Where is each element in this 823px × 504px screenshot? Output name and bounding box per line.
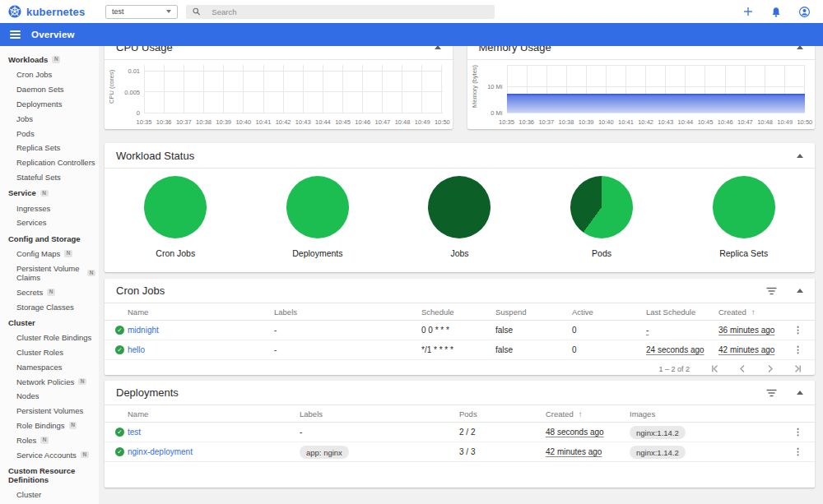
main-content: Workloads CPU Usage CPU (cores) 0.01 0.0…	[99, 0, 823, 488]
namespace-selector[interactable]: test	[105, 5, 178, 19]
namespaced-badge: N	[69, 422, 77, 429]
pods-pie-chart[interactable]	[570, 176, 633, 238]
filter-icon[interactable]	[766, 287, 777, 295]
cell-schedule: */1 * * * *	[421, 345, 495, 354]
cpu-ytick-top: 0.01	[105, 67, 140, 75]
cell-pods: 3 / 3	[459, 447, 546, 456]
column-header-images[interactable]: Images	[630, 409, 792, 418]
page-toolbar: Overview	[0, 23, 823, 46]
deployments-title: Deployments	[116, 386, 179, 399]
kebab-menu-icon[interactable]	[793, 446, 802, 457]
cell-suspend: false	[495, 345, 572, 354]
add-icon[interactable]	[743, 7, 753, 16]
app-header: kubernetes test	[0, 0, 823, 23]
memory-ytick-mid: 10 Mi	[467, 83, 503, 90]
column-header-suspend[interactable]: Suspend	[495, 307, 572, 317]
pie-label: Replica Sets	[719, 248, 768, 258]
search-bar[interactable]	[186, 5, 495, 19]
column-header-name[interactable]: Name	[128, 409, 300, 418]
kebab-menu-icon[interactable]	[793, 325, 802, 335]
collapse-arrow-icon[interactable]	[797, 391, 803, 395]
column-header-schedule[interactable]: Schedule	[421, 307, 495, 317]
cron-job-name-link[interactable]: midnight	[128, 326, 274, 335]
sidebar-section-custom-resource-definitions: Custom Resource Definitions	[0, 462, 99, 488]
cron-job-name-link[interactable]: hello	[128, 345, 274, 354]
deployments-pie-chart[interactable]	[286, 176, 349, 238]
column-header-last-schedule[interactable]: Last Schedule	[646, 307, 718, 317]
last-page-icon[interactable]	[793, 364, 802, 373]
deployments-header: Deployments	[105, 381, 815, 405]
jobs-pie-chart[interactable]	[428, 176, 491, 238]
sidebar-section-service[interactable]: Service N	[0, 184, 99, 201]
sidebar-item-persistent-volume-claims[interactable]: Persistent Volume ClaimsN	[0, 261, 99, 285]
column-header-active[interactable]: Active	[572, 307, 646, 317]
next-page-icon[interactable]	[765, 364, 774, 373]
namespaced-badge: N	[40, 437, 49, 444]
sidebar-item-nodes[interactable]: Nodes	[0, 389, 99, 404]
sidebar-item-pods[interactable]: Pods	[0, 126, 99, 141]
sidebar-item-persistent-volumes[interactable]: Persistent Volumes	[0, 404, 99, 418]
cron-jobs-pie-chart[interactable]	[144, 176, 207, 238]
memory-x-axis-ticks: 10:3510:3610:3710:3810:3910:4010:4110:42…	[507, 118, 806, 126]
deployments-table-header: Name Labels Pods Created Images	[105, 405, 815, 423]
sidebar-section-workloads[interactable]: Workloads N	[0, 51, 99, 67]
collapse-arrow-icon[interactable]	[797, 289, 803, 293]
sidebar-item-cluster-roles[interactable]: Cluster Roles	[0, 345, 99, 360]
brand-name: kubernetes	[26, 6, 85, 18]
sidebar-item-role-bindings[interactable]: Role BindingsN	[0, 418, 99, 433]
first-page-icon[interactable]	[711, 364, 720, 373]
namespaced-badge: N	[47, 289, 55, 296]
kubernetes-brand[interactable]: kubernetes	[8, 5, 97, 18]
sidebar-item-replication-controllers[interactable]: Replication Controllers	[0, 155, 99, 170]
column-header-labels[interactable]: Labels	[274, 307, 421, 317]
sidebar-item-daemon-sets[interactable]: Daemon Sets	[0, 82, 99, 97]
sidebar-item-roles[interactable]: RolesN	[0, 432, 99, 447]
sidebar-item-namespaces[interactable]: Namespaces	[0, 360, 99, 375]
previous-page-icon[interactable]	[738, 364, 747, 373]
sidebar-item-jobs[interactable]: Jobs	[0, 111, 99, 126]
sidebar-item-service-accounts[interactable]: Service AccountsN	[0, 447, 99, 462]
cron-job-row-midnight: midnight - 0 0 * * * false 0 - 36 minute…	[105, 321, 815, 340]
cron-jobs-title: Cron Jobs	[116, 284, 165, 297]
sidebar-item-services[interactable]: Services	[0, 215, 99, 230]
cell-pods: 2 / 2	[459, 428, 546, 437]
deployment-name-link[interactable]: test	[128, 428, 300, 437]
kebab-menu-icon[interactable]	[793, 427, 802, 437]
menu-hamburger-icon[interactable]	[10, 29, 21, 40]
kebab-menu-icon[interactable]	[793, 344, 802, 355]
user-account-icon[interactable]	[799, 7, 810, 17]
filter-icon[interactable]	[766, 389, 777, 397]
collapse-arrow-icon[interactable]	[797, 154, 803, 158]
column-header-name[interactable]: Name	[128, 307, 274, 317]
image-chip: nginx:1.14.2	[630, 446, 686, 459]
memory-usage-area-series	[507, 94, 806, 113]
cpu-x-axis-ticks: 10:3510:3610:3710:3810:3910:4010:4110:42…	[144, 118, 443, 126]
sidebar-item-replica-sets[interactable]: Replica Sets	[0, 141, 99, 155]
sidebar-item-secrets[interactable]: SecretsN	[0, 284, 99, 299]
column-header-created[interactable]: Created	[546, 409, 630, 418]
column-header-labels[interactable]: Labels	[300, 409, 459, 418]
sidebar: Workloads N Cron Jobs Daemon Sets Deploy…	[0, 46, 99, 504]
cell-created: 48 seconds ago	[546, 428, 630, 437]
sidebar-item-cluster-role-bindings[interactable]: Cluster Role Bindings	[0, 331, 99, 345]
search-input[interactable]	[212, 7, 488, 16]
deployment-name-link[interactable]: nginx-deployment	[128, 447, 300, 456]
replica-sets-pie-chart[interactable]	[713, 176, 775, 238]
sidebar-item-crd-cluster[interactable]: Cluster	[0, 488, 99, 502]
sidebar-item-stateful-sets[interactable]: Stateful Sets	[0, 169, 99, 184]
cell-labels: -	[274, 326, 421, 335]
sidebar-item-deployments[interactable]: Deployments	[0, 97, 99, 112]
cell-last-schedule: -	[646, 326, 718, 335]
sidebar-item-config-maps[interactable]: Config MapsN	[0, 247, 99, 261]
sidebar-item-storage-classes[interactable]: Storage Classes	[0, 299, 99, 314]
column-header-pods[interactable]: Pods	[459, 409, 546, 418]
sidebar-item-network-policies[interactable]: Network PoliciesN	[0, 374, 99, 389]
pie-label: Pods	[592, 248, 611, 258]
sidebar-item-ingresses[interactable]: Ingresses	[0, 201, 99, 215]
memory-ytick-bottom: 0 Mi	[467, 109, 503, 117]
cell-active: 0	[572, 326, 646, 335]
cpu-usage-chart: CPU (cores) 0.01 0.005 0 10:3510:3610:37…	[105, 60, 453, 129]
sidebar-item-cron-jobs[interactable]: Cron Jobs	[0, 67, 99, 82]
notifications-bell-icon[interactable]	[771, 7, 781, 17]
column-header-created[interactable]: Created	[718, 307, 792, 317]
